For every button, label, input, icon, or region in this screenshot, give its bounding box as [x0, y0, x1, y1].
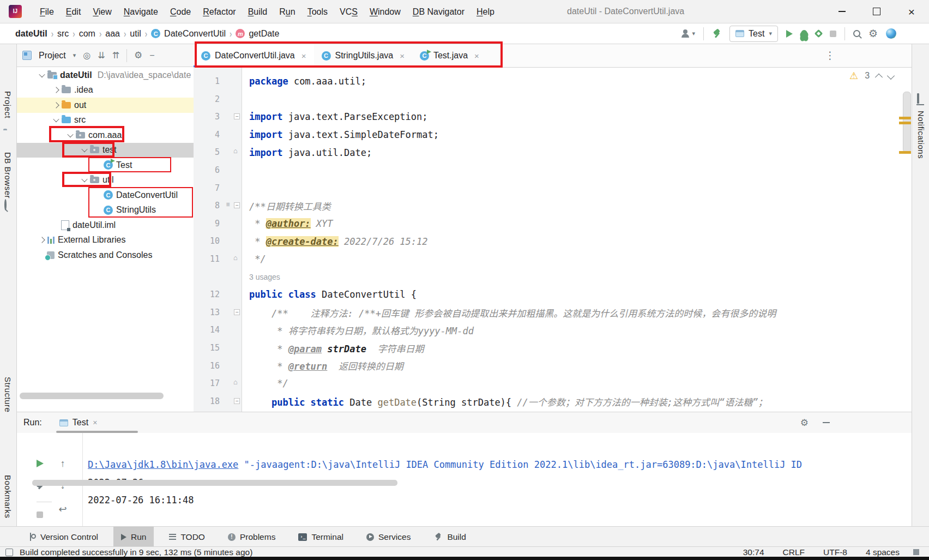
project-panel-title[interactable]: Project — [39, 51, 66, 61]
menu-vcs[interactable]: VCS — [334, 1, 364, 23]
breadcrumb-src[interactable]: src — [57, 29, 69, 39]
menu-navigate[interactable]: Navigate — [118, 1, 164, 23]
breadcrumb-com[interactable]: com — [79, 29, 95, 39]
tree-chevron-icon[interactable] — [39, 71, 45, 77]
sidebar-item-bookmarks[interactable]: Bookmarks — [3, 475, 13, 519]
breadcrumb-class[interactable]: DateConvertUtil — [164, 29, 226, 39]
console-file-link[interactable]: D:\Java\jdk1.8\bin\java.exe — [88, 459, 238, 470]
tree-item-idea[interactable]: .idea — [17, 83, 194, 98]
menu-file[interactable]: File — [34, 1, 60, 23]
breadcrumb-method[interactable]: getDate — [249, 29, 279, 39]
panel-settings-icon[interactable]: ⚙ — [134, 51, 142, 60]
tree-item-test[interactable]: test — [17, 143, 194, 158]
tree-chevron-icon[interactable] — [53, 102, 59, 108]
menu-window[interactable]: Window — [364, 1, 407, 23]
sidebar-item-project[interactable]: Project — [3, 91, 13, 118]
tree-item-dateutil-iml[interactable]: dateUtil.iml — [17, 218, 194, 233]
tree-item-dateutil[interactable]: dateUtilD:\java\idea_space\date — [17, 68, 194, 83]
toolwindow-tab-services[interactable]: Services — [359, 527, 418, 547]
tree-item-dateconvertutil[interactable]: CDateConvertUtil — [17, 188, 194, 203]
sidebar-item-structure[interactable]: Structure — [3, 377, 13, 412]
tab-options-kebab-icon[interactable]: ⋮ — [825, 49, 835, 62]
file-encoding[interactable]: UTF-8 — [823, 547, 847, 557]
run-button[interactable] — [786, 30, 793, 38]
tree-item-util[interactable]: util — [17, 173, 194, 188]
toolwindow-tab-run[interactable]: Run — [113, 527, 154, 547]
warning-stripe-mark[interactable] — [899, 122, 911, 124]
collapse-all-icon[interactable]: ⇈ — [112, 51, 119, 60]
run-with-coverage-button[interactable] — [815, 29, 823, 38]
settings-button[interactable]: ⚙ — [868, 28, 878, 39]
menu-code[interactable]: Code — [164, 1, 197, 23]
close-tab-icon[interactable]: × — [474, 51, 479, 61]
code-editor[interactable]: 123−45⌂678≡−91011⌂1213−14151617⌂18− pack… — [194, 68, 912, 412]
editor-tab-test[interactable]: C Test.java × — [412, 44, 487, 67]
menu-tools[interactable]: Tools — [301, 1, 334, 23]
close-button[interactable]: × — [894, 0, 929, 23]
close-tab-icon[interactable]: × — [301, 51, 306, 61]
run-tab-test[interactable]: Test × — [59, 418, 98, 427]
toolwindow-quick-access-icon[interactable] — [5, 549, 13, 556]
breadcrumb-aaa[interactable]: aaa — [105, 29, 120, 39]
tree-chevron-icon[interactable] — [39, 237, 45, 243]
menu-view[interactable]: View — [87, 1, 117, 23]
profile-button[interactable]: ▾ — [681, 29, 696, 38]
project-tree-horizontal-scrollbar[interactable] — [20, 393, 164, 399]
hide-panel-icon[interactable] — [823, 422, 830, 423]
tree-chevron-icon[interactable] — [81, 176, 87, 182]
minimize-button[interactable] — [824, 0, 859, 23]
maximize-button[interactable] — [859, 0, 894, 23]
tree-chevron-icon[interactable] — [81, 146, 87, 152]
close-tab-icon[interactable]: × — [400, 51, 405, 61]
tree-chevron-icon[interactable] — [67, 131, 73, 137]
console-horizontal-scrollbar[interactable] — [32, 480, 397, 486]
notifications-icon[interactable] — [917, 94, 919, 104]
next-warning-icon[interactable] — [887, 72, 895, 80]
run-panel-settings-icon[interactable]: ⚙ — [800, 418, 809, 427]
tree-chevron-icon[interactable] — [53, 87, 59, 93]
tree-item-test[interactable]: CTest — [17, 158, 194, 173]
warning-stripe-mark[interactable] — [899, 151, 911, 154]
soft-wrap-icon[interactable]: ↩ — [56, 503, 69, 516]
breadcrumb-util[interactable]: util — [130, 29, 141, 39]
expand-all-icon[interactable]: ⇊ — [98, 51, 105, 60]
menu-run[interactable]: Run — [273, 1, 301, 23]
tree-item-src[interactable]: src — [17, 113, 194, 128]
debug-button[interactable] — [801, 30, 807, 38]
toolwindow-tab-build[interactable]: Build — [426, 527, 473, 547]
stop-button[interactable] — [33, 508, 46, 521]
toolwindow-tab-todo[interactable]: TODO — [161, 527, 213, 547]
status-message[interactable]: Build completed successfully in 9 sec, 1… — [20, 547, 252, 557]
search-everywhere-button[interactable] — [853, 30, 860, 37]
sidebar-item-db-browser[interactable]: DB Browser — [3, 152, 13, 198]
indent-setting[interactable]: 4 spaces — [866, 547, 900, 557]
run-configuration-select[interactable]: Test ▾ — [729, 26, 778, 42]
menu-build[interactable]: Build — [242, 1, 274, 23]
toolwindow-tab-problems[interactable]: Problems — [220, 527, 283, 547]
tree-item-scratches-and-consoles[interactable]: Scratches and Consoles — [17, 248, 194, 263]
toolwindow-tab-terminal[interactable]: Terminal — [291, 527, 351, 547]
plugin-icon[interactable] — [886, 28, 896, 39]
menu-help[interactable]: Help — [470, 1, 500, 23]
tree-item-com-aaa[interactable]: com.aaa — [17, 128, 194, 143]
up-the-stack-trace-icon[interactable]: ↑ — [56, 457, 69, 470]
close-tab-icon[interactable]: × — [93, 418, 97, 427]
build-project-button[interactable] — [712, 29, 721, 38]
previous-warning-icon[interactable] — [875, 74, 883, 81]
tree-chevron-icon[interactable] — [53, 116, 59, 122]
menu-db-navigator[interactable]: DB Navigator — [407, 1, 470, 23]
breadcrumb-project[interactable]: dateUtil — [15, 29, 47, 39]
warning-stripe-mark[interactable] — [899, 117, 911, 119]
hide-panel-icon[interactable]: − — [149, 51, 154, 60]
editor-tab-dateconvertutil[interactable]: C DateConvertUtil.java × — [194, 44, 314, 67]
sidebar-item-notifications[interactable]: Notifications — [916, 111, 926, 159]
editor-tab-stringutils[interactable]: C StringUtils.java × — [314, 44, 412, 67]
tree-item-out[interactable]: out — [17, 98, 194, 113]
menu-edit[interactable]: Edit — [60, 1, 87, 23]
inspections-widget[interactable]: ⚠ 3 — [849, 70, 894, 82]
caret-position[interactable]: 30:74 — [743, 547, 764, 557]
tree-item-stringutils[interactable]: CStringUtils — [17, 203, 194, 218]
toolwindow-tab-version-control[interactable]: Version Control — [22, 527, 106, 547]
usages-hint[interactable]: 3 usages — [249, 273, 280, 281]
menu-refactor[interactable]: Refactor — [197, 1, 242, 23]
